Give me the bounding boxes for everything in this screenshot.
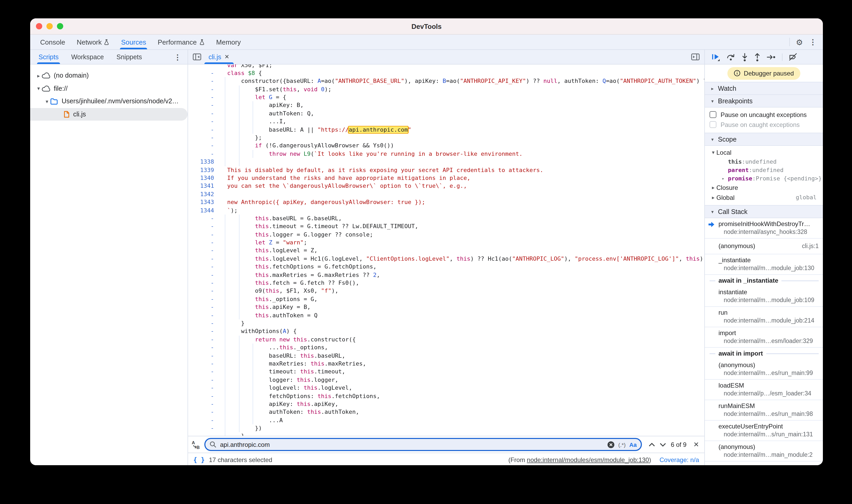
section-call-stack[interactable]: ▾ Call Stack <box>705 205 823 218</box>
scope-group-local[interactable]: ▾Local <box>705 147 823 157</box>
coverage-link[interactable]: Coverage: n/a <box>659 456 699 463</box>
call-stack-frame-anonymous[interactable]: (anonymous)node:internal/m…main_module:2 <box>705 441 823 462</box>
editor-tab-clijs[interactable]: cli.js ✕ <box>203 50 234 64</box>
search-input[interactable]: api.anthropic.com (.*) Aa <box>205 438 642 451</box>
scope-variable-this[interactable]: this: undefined <box>705 157 823 166</box>
line-number[interactable]: - <box>188 287 220 295</box>
source-origin-link[interactable]: node:internal/modules/esm/module_job:130 <box>527 456 649 463</box>
line-number[interactable]: - <box>188 271 220 279</box>
scope-variable-parent[interactable]: parent: undefined <box>705 166 823 174</box>
line-number[interactable]: 1340 <box>188 174 220 182</box>
previous-match-icon[interactable] <box>649 443 655 447</box>
line-number[interactable]: - <box>188 223 220 231</box>
close-search-icon[interactable]: ✕ <box>691 440 699 448</box>
tab-performance[interactable]: Performance <box>152 35 210 49</box>
line-number[interactable]: 1342 <box>188 191 220 198</box>
line-number[interactable]: - <box>188 134 220 142</box>
pretty-print-icon[interactable]: { } <box>193 456 205 463</box>
next-match-icon[interactable] <box>660 443 666 447</box>
line-number[interactable]: - <box>188 93 220 102</box>
chevron-down-icon[interactable]: ▾ <box>44 98 50 104</box>
clear-search-icon[interactable] <box>607 441 615 448</box>
navigator-tab-snippets[interactable]: Snippets <box>110 50 148 64</box>
chevron-right-icon[interactable]: ▸ <box>721 176 726 181</box>
hide-navigator-icon[interactable] <box>193 54 201 60</box>
line-number[interactable]: - <box>188 142 220 150</box>
call-stack-frame-instantiate[interactable]: _instantiatenode:internal/m…module_job:1… <box>705 254 823 275</box>
chevron-right-icon[interactable]: ▸ <box>35 73 42 79</box>
tab-console[interactable]: Console <box>34 35 71 49</box>
line-number[interactable]: - <box>188 408 220 416</box>
resume-icon[interactable] <box>712 53 720 61</box>
line-number[interactable]: - <box>188 303 220 311</box>
tree-item-users-jinhuilee-nvm-versions-node-v2[interactable]: ▾Users/jinhuilee/.nvm/versions/node/v2… <box>30 95 188 108</box>
line-number[interactable]: - <box>188 247 220 255</box>
step-into-icon[interactable] <box>742 53 748 61</box>
call-stack-frame-run[interactable]: runnode:internal/m…module_job:214 <box>705 307 823 327</box>
line-number[interactable]: 1341 <box>188 182 220 191</box>
line-number[interactable]: - <box>188 118 220 126</box>
show-debugger-sidebar-icon[interactable] <box>691 54 699 60</box>
line-number[interactable]: - <box>188 263 220 271</box>
line-number[interactable]: 1339 <box>188 166 220 174</box>
replace-toggle-icon[interactable]: AB <box>191 440 200 449</box>
call-stack-frame-promiseinithookwithdestroytr[interactable]: promiseInitHookWithDestroyTr…node:intern… <box>705 218 823 239</box>
tab-network[interactable]: Network <box>71 35 115 49</box>
navigator-tab-workspace[interactable]: Workspace <box>65 50 110 64</box>
scope-group-closure[interactable]: ▸Closure <box>705 182 823 193</box>
line-number[interactable]: - <box>188 231 220 239</box>
zoom-window-button[interactable] <box>57 23 63 29</box>
line-number[interactable]: - <box>188 424 220 432</box>
line-number[interactable]: - <box>188 327 220 336</box>
minimize-window-button[interactable] <box>47 23 53 29</box>
scope-group-global[interactable]: ▸Globalglobal <box>705 193 823 202</box>
line-number[interactable]: - <box>188 311 220 319</box>
call-stack-frame-executeuserentrypoint[interactable]: executeUserEntryPointnode:internal/m…s/r… <box>705 420 823 441</box>
source-code-view[interactable]: var X50, $F1;-class $8 {- constructor({b… <box>188 65 704 436</box>
match-case-toggle-icon[interactable]: Aa <box>629 441 637 448</box>
deactivate-breakpoints-icon[interactable] <box>789 53 797 61</box>
section-watch[interactable]: ▸ Watch <box>705 82 823 95</box>
line-number[interactable]: - <box>188 150 220 158</box>
line-number[interactable]: - <box>188 336 220 344</box>
line-number[interactable] <box>188 65 220 69</box>
checkbox[interactable] <box>710 111 716 118</box>
tree-item-file[interactable]: ▾file:// <box>30 82 188 95</box>
line-number[interactable]: - <box>188 239 220 247</box>
line-number[interactable]: - <box>188 77 220 86</box>
line-number[interactable]: - <box>188 319 220 327</box>
regex-toggle-icon[interactable]: (.*) <box>618 441 626 448</box>
line-number[interactable]: - <box>188 110 220 118</box>
call-stack-frame-instantiate[interactable]: instantiatenode:internal/m…module_job:10… <box>705 286 823 307</box>
settings-gear-icon[interactable]: ⚙ <box>796 38 803 46</box>
call-stack-frame-anonymous[interactable]: (anonymous)node:internal/m…es/run_main:9… <box>705 359 823 380</box>
call-stack-frame-anonymous[interactable]: (anonymous)cli.js:1 <box>705 239 823 254</box>
line-number[interactable]: - <box>188 85 220 93</box>
tab-memory[interactable]: Memory <box>210 35 247 49</box>
line-number[interactable]: - <box>188 432 220 436</box>
line-number[interactable]: - <box>188 400 220 408</box>
navigator-more-options-icon[interactable]: ⋮ <box>174 50 188 64</box>
close-tab-icon[interactable]: ✕ <box>225 54 229 60</box>
line-number[interactable]: 1338 <box>188 158 220 166</box>
navigator-tab-scripts[interactable]: Scripts <box>32 50 65 64</box>
chevron-down-icon[interactable]: ▾ <box>35 86 42 91</box>
call-stack-frame-runmainesm[interactable]: runMainESMnode:internal/m…es/run_main:98 <box>705 400 823 420</box>
line-number[interactable]: - <box>188 368 220 376</box>
call-stack-frame-loadesm[interactable]: loadESMnode:internal/p…/esm_loader:34 <box>705 380 823 400</box>
step-out-icon[interactable] <box>754 53 761 61</box>
line-number[interactable]: - <box>188 384 220 392</box>
line-number[interactable]: - <box>188 279 220 287</box>
line-number[interactable]: - <box>188 102 220 110</box>
line-number[interactable]: - <box>188 392 220 400</box>
line-number[interactable]: 1344 <box>188 206 220 215</box>
step-icon[interactable] <box>767 54 776 59</box>
line-number[interactable]: - <box>188 352 220 360</box>
line-number[interactable]: - <box>188 343 220 352</box>
line-number[interactable]: - <box>188 360 220 368</box>
line-number[interactable]: - <box>188 215 220 223</box>
tab-sources[interactable]: Sources <box>116 35 152 49</box>
step-over-icon[interactable] <box>726 53 735 61</box>
checkbox[interactable] <box>710 121 716 128</box>
more-options-icon[interactable]: ⋮ <box>809 38 817 46</box>
